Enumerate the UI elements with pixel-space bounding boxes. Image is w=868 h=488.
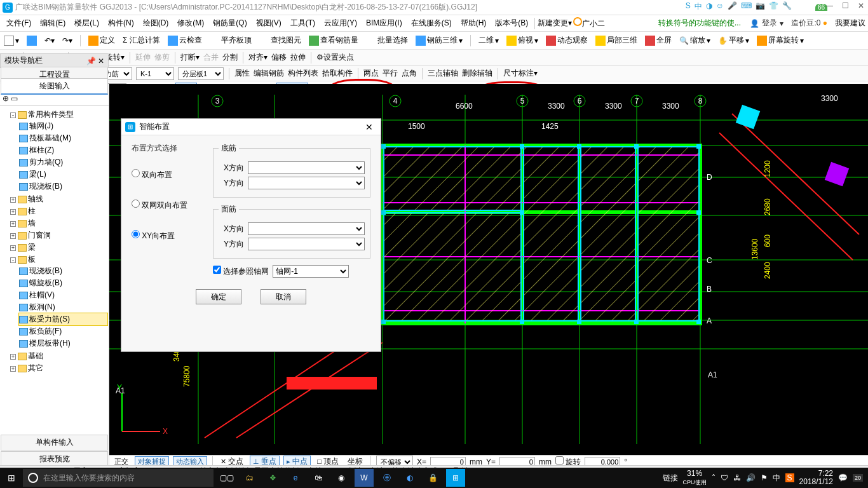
- memberlist-button[interactable]: 构件列表: [288, 68, 318, 79]
- undo-icon[interactable]: ↶▾: [43, 36, 56, 46]
- menu-file[interactable]: 文件(F): [3, 17, 35, 30]
- tree-item[interactable]: 筏板基础(M): [29, 133, 71, 142]
- tree-item[interactable]: 剪力墙(Q): [29, 158, 63, 166]
- tree-item[interactable]: 螺旋板(B): [29, 278, 62, 287]
- menu-rebar[interactable]: 钢筋量(Q): [209, 17, 250, 30]
- menu-version[interactable]: 版本号(B): [491, 17, 532, 30]
- offset-button[interactable]: 偏移: [271, 52, 287, 63]
- props-button[interactable]: 属性: [234, 68, 250, 79]
- local3d-button[interactable]: 局部三维: [594, 34, 639, 46]
- radio-bidir[interactable]: 双向布置: [132, 169, 208, 180]
- rebar3d-button[interactable]: 钢筋三维▾: [414, 34, 464, 46]
- find-button[interactable]: 查找图元: [258, 34, 302, 46]
- tree-item[interactable]: 板洞(N): [29, 302, 55, 311]
- menu-tool[interactable]: 工具(T): [287, 17, 319, 30]
- maximize-button[interactable]: ☐: [842, 1, 849, 10]
- ref-grid-select[interactable]: 轴网-1: [273, 265, 349, 278]
- redo-icon[interactable]: ↷▾: [61, 36, 74, 46]
- radio-xy[interactable]: XY向布置: [132, 230, 208, 241]
- tree-group[interactable]: 轴线: [28, 194, 43, 203]
- tree-item[interactable]: 梁(L): [29, 170, 46, 179]
- new-icon[interactable]: ▾: [3, 35, 20, 46]
- suggest-button[interactable]: 我要建议: [835, 18, 865, 29]
- 360-icon[interactable]: ❖: [263, 469, 282, 487]
- menu-floor[interactable]: 楼层(L): [71, 17, 103, 30]
- tree-group[interactable]: 柱: [28, 207, 36, 215]
- start-button[interactable]: ⊞: [0, 473, 23, 483]
- browser-icon[interactable]: ◐: [400, 469, 419, 487]
- tree-root[interactable]: 常用构件类型: [28, 110, 74, 119]
- zoom-button[interactable]: 🔍缩放▾: [678, 34, 712, 46]
- ime-lang[interactable]: 中: [695, 1, 702, 12]
- ok-button[interactable]: 确定: [196, 289, 241, 304]
- tree-item[interactable]: 轴网(J): [29, 121, 53, 130]
- tree-group[interactable]: 梁: [28, 243, 36, 252]
- bottom-y-select[interactable]: [248, 177, 365, 189]
- taskview-icon[interactable]: ▢▢: [217, 469, 236, 487]
- cpu-meter[interactable]: 31%CPU使用: [683, 470, 707, 486]
- link-label[interactable]: 链接: [663, 473, 678, 484]
- parallel-button[interactable]: 平行: [383, 68, 398, 79]
- menu-edit[interactable]: 编辑(E): [36, 17, 69, 30]
- dim-button[interactable]: 尺寸标注▾: [503, 68, 538, 79]
- notifications-icon[interactable]: 💬: [838, 473, 848, 482]
- top-y-select[interactable]: [248, 238, 365, 250]
- stretch-button[interactable]: 拉伸: [290, 52, 306, 63]
- chrome-icon[interactable]: ◉: [332, 469, 351, 487]
- tab-draw-input[interactable]: 绘图输入: [1, 78, 108, 95]
- sum-button[interactable]: Σ 汇总计算: [121, 34, 161, 46]
- menu-modify[interactable]: 修改(M): [173, 17, 208, 30]
- pointangle-button[interactable]: 点角: [402, 68, 417, 79]
- member-tree[interactable]: -常用构件类型 轴网(J) 筏板基础(M) 框柱(Z) 剪力墙(Q) 梁(L) …: [0, 106, 109, 373]
- setgrip-button[interactable]: ⚙设置夹点: [316, 52, 354, 63]
- search-box[interactable]: 在这里输入你要搜索的内容: [23, 469, 214, 487]
- tree-group[interactable]: 门窗洞: [28, 231, 51, 240]
- 2d-button[interactable]: 二维▾: [477, 34, 500, 46]
- ghost-button[interactable]: 广小二: [573, 17, 605, 29]
- tree-group-board[interactable]: 板: [28, 255, 36, 264]
- ime-skin-icon[interactable]: 👕: [769, 1, 778, 12]
- orbit-button[interactable]: 动态观察: [545, 34, 589, 46]
- ggj-icon[interactable]: ⊞: [446, 469, 465, 487]
- tree-group[interactable]: 墙: [28, 219, 36, 227]
- menu-bim[interactable]: BIM应用(I): [362, 17, 406, 30]
- new-change-button[interactable]: 新建变更▾: [538, 18, 572, 29]
- align-button[interactable]: 对齐▾: [248, 52, 268, 63]
- menu-cloud[interactable]: 云应用(Y): [320, 17, 361, 30]
- minimize-button[interactable]: —: [825, 1, 833, 10]
- dialog-close-button[interactable]: ✕: [362, 122, 377, 132]
- close-button[interactable]: ✕: [858, 1, 864, 10]
- store-icon[interactable]: 🛍: [309, 469, 328, 487]
- tab-single-input[interactable]: 单构件输入: [1, 435, 108, 451]
- tree-item[interactable]: 框柱(Z): [29, 146, 54, 154]
- tray-vol-icon[interactable]: 🔊: [746, 473, 756, 482]
- top-x-select[interactable]: [248, 222, 365, 235]
- tree-item[interactable]: 现浇板(B): [29, 266, 62, 275]
- edge-icon[interactable]: e: [286, 469, 305, 487]
- save-icon[interactable]: [25, 35, 38, 46]
- layer-select[interactable]: 分层板1: [178, 67, 224, 80]
- login-button[interactable]: 👤登录▾: [750, 18, 783, 29]
- word-icon[interactable]: W: [355, 469, 374, 487]
- tree-item[interactable]: 板负筋(F): [29, 327, 62, 336]
- explorer-icon[interactable]: 🗂: [240, 469, 259, 487]
- editrebar-button[interactable]: 编辑钢筋: [254, 68, 284, 79]
- screentrotate-button[interactable]: 屏幕旋转▾: [756, 34, 805, 46]
- tray-shield-icon[interactable]: 🛡: [721, 473, 728, 482]
- menu-member[interactable]: 构件(N): [104, 17, 138, 30]
- menu-help[interactable]: 帮助(H): [457, 17, 491, 30]
- pickmember-button[interactable]: 拾取构件: [322, 68, 353, 79]
- radio-doublenet[interactable]: 双网双向布置: [132, 200, 208, 211]
- fullscreen-button[interactable]: 全屏: [644, 34, 673, 46]
- tree-item[interactable]: 柱帽(V): [29, 290, 55, 299]
- menu-draw[interactable]: 绘图(D): [139, 17, 173, 30]
- menu-view[interactable]: 视图(V): [252, 17, 285, 30]
- ime-tool-icon[interactable]: 🔧: [782, 1, 792, 12]
- ime-shape-icon[interactable]: ◑: [706, 1, 712, 12]
- tray-flag-icon[interactable]: ⚑: [761, 473, 768, 482]
- define-button[interactable]: 定义: [87, 34, 116, 46]
- split-button[interactable]: 分割: [222, 52, 238, 63]
- tray-up-icon[interactable]: ˄: [712, 473, 715, 482]
- bottom-x-select[interactable]: [248, 161, 365, 174]
- expand-icon[interactable]: ⊕: [3, 94, 9, 103]
